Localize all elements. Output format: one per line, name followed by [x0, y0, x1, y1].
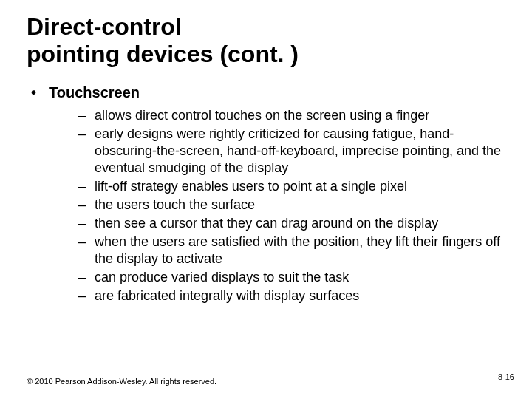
sub-bullet-text: then see a cursor that they can drag aro…: [95, 216, 438, 231]
sub-bullet-text: allows direct control touches on the scr…: [95, 108, 429, 123]
sub-bullet: early designs were rightly criticized fo…: [78, 126, 505, 177]
slide: Direct-control pointing devices (cont. )…: [0, 0, 532, 399]
sub-bullet: then see a cursor that they can drag aro…: [78, 215, 505, 232]
title-line-1: Direct-control: [27, 13, 182, 40]
copyright-footer: © 2010 Pearson Addison-Wesley. All right…: [27, 377, 216, 386]
bullet-list-level1: Touchscreen allows direct control touche…: [27, 84, 505, 304]
page-number: 8-16: [498, 372, 514, 381]
sub-bullet: when the users are satisfied with the po…: [78, 233, 505, 267]
title-line-2: pointing devices (cont. ): [27, 41, 299, 67]
bullet-main-text: Touchscreen: [49, 84, 140, 100]
sub-bullet: are fabricated integrally with display s…: [78, 287, 505, 304]
bullet-list-level2: allows direct control touches on the scr…: [49, 101, 505, 304]
sub-bullet-text: lift-off strategy enables users to point…: [95, 179, 407, 194]
sub-bullet-text: the users touch the surface: [95, 197, 255, 212]
sub-bullet-text: are fabricated integrally with display s…: [95, 288, 359, 303]
bullet-main: Touchscreen allows direct control touche…: [31, 84, 505, 304]
sub-bullet-text: can produce varied displays to suit the …: [95, 270, 349, 284]
sub-bullet: can produce varied displays to suit the …: [78, 269, 505, 286]
sub-bullet: allows direct control touches on the scr…: [78, 107, 505, 124]
sub-bullet: the users touch the surface: [78, 197, 505, 214]
slide-title: Direct-control pointing devices (cont. ): [27, 13, 505, 68]
sub-bullet: lift-off strategy enables users to point…: [78, 178, 505, 195]
sub-bullet-text: when the users are satisfied with the po…: [95, 234, 500, 266]
sub-bullet-text: early designs were rightly criticized fo…: [95, 126, 501, 175]
